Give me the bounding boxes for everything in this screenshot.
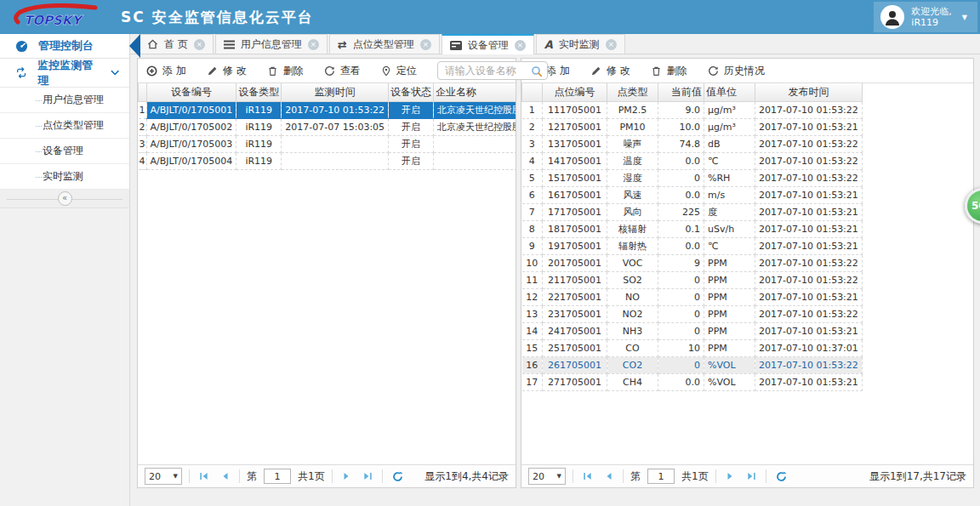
column-header[interactable]: 点位编号 bbox=[543, 83, 607, 101]
user-menu[interactable]: 欢迎光临, iR119 ▼ bbox=[874, 2, 977, 32]
swap-icon: ⇄ bbox=[338, 39, 347, 50]
next-page-button[interactable] bbox=[339, 472, 354, 480]
close-icon[interactable]: × bbox=[194, 39, 205, 50]
column-header[interactable]: 企业名称 bbox=[434, 83, 516, 101]
sidebar-pointer bbox=[129, 34, 140, 58]
menu-icon bbox=[224, 40, 235, 49]
locate-button[interactable]: 定位 bbox=[381, 64, 417, 78]
table-row[interactable]: 5151705001湿度0%RH2017-07-10 01:53:22 bbox=[522, 169, 863, 186]
search-icon[interactable] bbox=[531, 65, 543, 81]
close-icon[interactable]: × bbox=[420, 39, 431, 50]
refresh-icon bbox=[324, 65, 335, 77]
point-table-body: 1111705001PM2.59.0μg/m³2017-07-10 01:53:… bbox=[522, 101, 863, 390]
table-row[interactable]: 11211705001SO20PPM2017-07-10 01:53:22 bbox=[522, 271, 863, 288]
welcome-text: 欢迎光临, iR119 bbox=[911, 6, 952, 28]
tab-user-info[interactable]: 用户信息管理 × bbox=[215, 34, 328, 54]
top-header: TOPSKY SC 安全监管信息化云平台 欢迎光临, iR119 ▼ bbox=[0, 0, 980, 34]
page-number-input[interactable] bbox=[264, 469, 291, 484]
reload-icon[interactable] bbox=[390, 471, 406, 482]
page-size-select[interactable]: 20 ▼ bbox=[145, 468, 182, 485]
tab-device-mgmt[interactable]: 设备管理 × bbox=[442, 34, 534, 54]
records-summary: 显示1到17,共17记录 bbox=[869, 469, 966, 484]
device-table-body: 1A/BJLT/0/1705001iR1192017-07-10 01:53:2… bbox=[139, 101, 516, 169]
edit-button[interactable]: 修 改 bbox=[207, 64, 247, 78]
table-row[interactable]: 3A/BJLT/0/1705003iR119开启 bbox=[139, 135, 516, 152]
view-button[interactable]: 查看 bbox=[324, 64, 361, 78]
prev-page-button[interactable] bbox=[218, 472, 232, 480]
sidebar-collapse[interactable]: « bbox=[0, 190, 129, 208]
page-label: 第 bbox=[630, 469, 641, 484]
table-row[interactable]: 8181705001核辐射0.1uSv/h2017-07-10 01:53:21 bbox=[522, 220, 863, 237]
table-row[interactable]: 17271705001CH40.0%VOL2017-07-10 01:53:21 bbox=[522, 373, 863, 390]
table-row[interactable]: 13231705001NO20PPM2017-07-10 01:53:22 bbox=[522, 305, 863, 322]
letter-a-icon: A bbox=[544, 38, 553, 51]
topsky-logo: TOPSKY bbox=[10, 3, 105, 31]
column-header[interactable]: 当前值 bbox=[658, 83, 704, 101]
column-header[interactable]: 设备类型 bbox=[236, 83, 282, 101]
gauge-icon bbox=[15, 40, 28, 53]
sidebar-item-console[interactable]: 管理控制台 bbox=[0, 34, 129, 59]
page-size-select[interactable]: 20 ▼ bbox=[528, 468, 566, 485]
table-row[interactable]: 12221705001NO0PPM2017-07-10 01:53:21 bbox=[522, 288, 863, 305]
table-row[interactable]: 9191705001辐射热0.0℃2017-07-10 01:53:21 bbox=[522, 237, 863, 254]
table-row[interactable]: 6161705001风速0.0m/s2017-07-10 01:53:21 bbox=[522, 186, 863, 203]
column-header[interactable]: 点类型 bbox=[607, 83, 658, 101]
delete-button[interactable]: 删除 bbox=[267, 64, 304, 78]
prev-page-button[interactable] bbox=[601, 472, 616, 480]
table-row[interactable]: 16261705001CO20%VOL2017-07-10 01:53:22 bbox=[522, 356, 863, 373]
next-page-button[interactable] bbox=[723, 472, 738, 480]
column-header[interactable]: 设备编号 bbox=[146, 83, 236, 101]
select-caret-icon: ▼ bbox=[174, 473, 178, 480]
table-row[interactable]: 2121705001PM1010.0μg/m³2017-07-10 01:53:… bbox=[522, 118, 863, 135]
device-table-header: 设备编号设备类型监测时间设备状态企业名称 bbox=[139, 83, 516, 101]
trash-icon bbox=[651, 65, 662, 77]
page-label: 第 bbox=[247, 469, 257, 484]
last-page-button[interactable] bbox=[744, 472, 759, 480]
sidebar: 管理控制台 监控监测管理 用户信息管理 点位类型管理 设备管理 实时监测 « bbox=[0, 34, 130, 506]
point-toolbar: 添 加 修 改 删除 历史情况 bbox=[521, 59, 973, 83]
close-icon[interactable]: × bbox=[606, 39, 617, 50]
sidebar-item-realtime[interactable]: 实时监测 bbox=[0, 164, 129, 190]
last-page-button[interactable] bbox=[361, 472, 375, 480]
table-row[interactable]: 2A/BJLT/0/1705002iR1192017-07-07 15:03:0… bbox=[139, 118, 516, 135]
tab-home[interactable]: 首 页 × bbox=[139, 34, 214, 54]
device-icon bbox=[450, 41, 462, 50]
sidebar-submenu: 用户信息管理 点位类型管理 设备管理 实时监测 bbox=[0, 88, 129, 190]
sidebar-group-monitoring[interactable]: 监控监测管理 bbox=[0, 59, 129, 88]
sidebar-item-device-mgmt[interactable]: 设备管理 bbox=[0, 139, 129, 164]
column-header[interactable]: 值单位 bbox=[704, 83, 755, 101]
reload-icon[interactable] bbox=[773, 471, 789, 482]
tab-realtime[interactable]: A 实时监测 × bbox=[536, 34, 625, 54]
avatar bbox=[880, 5, 904, 29]
sidebar-item-user-info[interactable]: 用户信息管理 bbox=[0, 88, 129, 113]
table-row[interactable]: 1A/BJLT/0/1705001iR1192017-07-10 01:53:2… bbox=[139, 101, 516, 118]
total-pages: 共1页 bbox=[298, 469, 325, 484]
column-header[interactable]: 监测时间 bbox=[282, 83, 389, 101]
table-row[interactable]: 15251705001CO10PPM2017-07-10 01:37:01 bbox=[522, 339, 863, 356]
close-icon[interactable]: × bbox=[515, 40, 526, 51]
first-page-button[interactable] bbox=[580, 472, 595, 480]
first-page-button[interactable] bbox=[197, 472, 211, 480]
table-row[interactable]: 7171705001风向225度2017-07-10 01:53:21 bbox=[522, 203, 863, 220]
table-row[interactable]: 14241705001NH30PPM2017-07-10 01:53:21 bbox=[522, 322, 863, 339]
add-button[interactable]: 添 加 bbox=[146, 64, 186, 78]
point-pager: 20 ▼ 第 共1页 显示1到17,共17记录 bbox=[521, 464, 973, 487]
history-button[interactable]: 历史情况 bbox=[708, 64, 765, 78]
page-number-input[interactable] bbox=[647, 469, 675, 484]
sidebar-item-point-type[interactable]: 点位类型管理 bbox=[0, 113, 129, 139]
tab-point-type[interactable]: ⇄ 点位类型管理 × bbox=[329, 34, 440, 54]
device-search bbox=[437, 61, 548, 80]
page-title: SC 安全监管信息化云平台 bbox=[121, 8, 314, 27]
table-row[interactable]: 3131705001噪声74.8dB2017-07-10 01:53:22 bbox=[522, 135, 863, 152]
table-row[interactable]: 1111705001PM2.59.0μg/m³2017-07-10 01:53:… bbox=[522, 101, 863, 118]
delete-button[interactable]: 删除 bbox=[651, 64, 687, 78]
close-icon[interactable]: × bbox=[308, 39, 319, 50]
person-icon bbox=[883, 8, 902, 26]
column-header[interactable]: 发布时间 bbox=[755, 83, 863, 101]
table-row[interactable]: 4141705001温度0.0℃2017-07-10 01:53:22 bbox=[522, 152, 863, 169]
location-pin-icon bbox=[381, 65, 391, 77]
table-row[interactable]: 10201705001VOC9PPM2017-07-10 01:53:22 bbox=[522, 254, 863, 271]
edit-button[interactable]: 修 改 bbox=[590, 64, 630, 78]
column-header[interactable]: 设备状态 bbox=[389, 83, 434, 101]
table-row[interactable]: 4A/BJLT/0/1705004iR119开启 bbox=[139, 152, 516, 169]
